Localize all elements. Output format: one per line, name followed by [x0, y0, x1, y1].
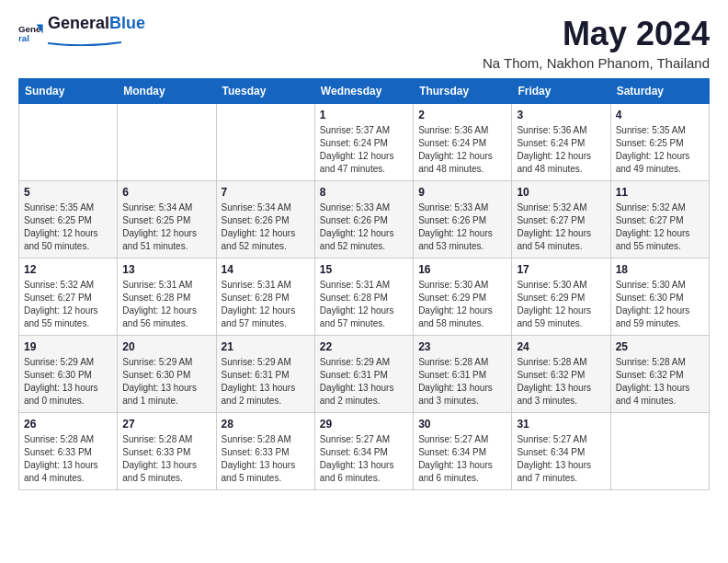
day-daylight: Daylight: 13 hours and 2 minutes. — [222, 383, 296, 406]
day-number: 16 — [418, 263, 506, 276]
calendar-week-4: 19 Sunrise: 5:29 AM Sunset: 6:30 PM Dayl… — [19, 336, 710, 413]
day-sunset: Sunset: 6:33 PM — [222, 447, 290, 457]
day-daylight: Daylight: 13 hours and 3 minutes. — [418, 383, 493, 406]
day-sunset: Sunset: 6:24 PM — [418, 138, 486, 148]
day-sunset: Sunset: 6:30 PM — [616, 293, 684, 303]
day-daylight: Daylight: 13 hours and 5 minutes. — [222, 460, 296, 483]
day-sunset: Sunset: 6:33 PM — [122, 447, 190, 457]
day-sunset: Sunset: 6:28 PM — [122, 293, 190, 303]
day-daylight: Daylight: 13 hours and 3 minutes. — [517, 383, 591, 406]
day-sunrise: Sunrise: 5:28 AM — [122, 434, 192, 444]
day-sunrise: Sunrise: 5:32 AM — [616, 202, 686, 213]
day-sunrise: Sunrise: 5:36 AM — [418, 125, 488, 135]
day-sunrise: Sunrise: 5:28 AM — [616, 357, 686, 367]
day-daylight: Daylight: 13 hours and 1 minute. — [122, 383, 197, 406]
col-monday: Monday — [118, 79, 216, 104]
title-area: May 2024 Na Thom, Nakhon Phanom, Thailan… — [483, 15, 710, 71]
day-sunset: Sunset: 6:28 PM — [320, 293, 388, 303]
day-sunrise: Sunrise: 5:29 AM — [320, 357, 390, 367]
day-daylight: Daylight: 12 hours and 53 minutes. — [418, 228, 493, 251]
day-sunset: Sunset: 6:27 PM — [517, 215, 585, 225]
day-sunrise: Sunrise: 5:35 AM — [24, 202, 94, 213]
calendar-cell: 30 Sunrise: 5:27 AM Sunset: 6:34 PM Dayl… — [414, 413, 512, 490]
calendar-cell: 3 Sunrise: 5:36 AM Sunset: 6:24 PM Dayli… — [512, 104, 610, 181]
calendar-cell: 15 Sunrise: 5:31 AM Sunset: 6:28 PM Dayl… — [314, 259, 413, 336]
day-sunset: Sunset: 6:28 PM — [222, 293, 290, 303]
day-daylight: Daylight: 13 hours and 4 minutes. — [24, 460, 98, 483]
day-daylight: Daylight: 12 hours and 59 minutes. — [616, 305, 690, 328]
calendar-week-3: 12 Sunrise: 5:32 AM Sunset: 6:27 PM Dayl… — [19, 259, 710, 336]
calendar-title: May 2024 — [483, 15, 710, 53]
calendar-cell: 31 Sunrise: 5:27 AM Sunset: 6:34 PM Dayl… — [512, 413, 610, 490]
calendar-week-2: 5 Sunrise: 5:35 AM Sunset: 6:25 PM Dayli… — [19, 181, 710, 259]
calendar-cell: 4 Sunrise: 5:35 AM Sunset: 6:25 PM Dayli… — [610, 104, 709, 181]
day-sunrise: Sunrise: 5:29 AM — [24, 357, 94, 367]
day-number: 11 — [616, 186, 704, 199]
day-number: 10 — [517, 186, 605, 199]
calendar-cell — [118, 104, 216, 181]
day-number: 29 — [320, 418, 408, 431]
day-number: 26 — [24, 418, 112, 431]
day-number: 6 — [122, 186, 210, 199]
day-number: 9 — [418, 186, 506, 199]
calendar-cell: 29 Sunrise: 5:27 AM Sunset: 6:34 PM Dayl… — [314, 413, 413, 490]
calendar-cell: 2 Sunrise: 5:36 AM Sunset: 6:24 PM Dayli… — [414, 104, 512, 181]
calendar-cell: 7 Sunrise: 5:34 AM Sunset: 6:26 PM Dayli… — [216, 181, 314, 259]
calendar-cell: 13 Sunrise: 5:31 AM Sunset: 6:28 PM Dayl… — [118, 259, 216, 336]
header-row: Sunday Monday Tuesday Wednesday Thursday… — [19, 79, 710, 104]
day-sunset: Sunset: 6:26 PM — [418, 215, 486, 225]
day-sunrise: Sunrise: 5:28 AM — [222, 434, 291, 444]
day-sunset: Sunset: 6:34 PM — [517, 447, 585, 457]
calendar-cell: 17 Sunrise: 5:30 AM Sunset: 6:29 PM Dayl… — [512, 259, 610, 336]
col-saturday: Saturday — [610, 79, 709, 104]
calendar-cell: 12 Sunrise: 5:32 AM Sunset: 6:27 PM Dayl… — [19, 259, 118, 336]
logo: Gene ral GeneralBlue — [18, 15, 145, 50]
calendar-cell: 19 Sunrise: 5:29 AM Sunset: 6:30 PM Dayl… — [19, 336, 118, 413]
day-daylight: Daylight: 13 hours and 5 minutes. — [122, 460, 197, 483]
day-sunrise: Sunrise: 5:36 AM — [517, 125, 586, 135]
day-number: 3 — [517, 109, 605, 121]
day-sunrise: Sunrise: 5:34 AM — [222, 202, 291, 213]
day-daylight: Daylight: 12 hours and 50 minutes. — [24, 228, 98, 251]
day-number: 5 — [24, 186, 112, 199]
day-sunrise: Sunrise: 5:31 AM — [320, 280, 390, 290]
day-number: 28 — [222, 418, 310, 431]
calendar-cell: 27 Sunrise: 5:28 AM Sunset: 6:33 PM Dayl… — [118, 413, 216, 490]
day-number: 25 — [616, 340, 704, 353]
day-sunset: Sunset: 6:31 PM — [320, 370, 388, 380]
day-daylight: Daylight: 12 hours and 58 minutes. — [418, 305, 493, 328]
calendar-cell: 5 Sunrise: 5:35 AM Sunset: 6:25 PM Dayli… — [19, 181, 118, 259]
day-sunrise: Sunrise: 5:30 AM — [418, 280, 488, 290]
calendar-cell: 9 Sunrise: 5:33 AM Sunset: 6:26 PM Dayli… — [414, 181, 512, 259]
day-daylight: Daylight: 13 hours and 6 minutes. — [320, 460, 394, 483]
day-number: 13 — [122, 263, 210, 276]
day-daylight: Daylight: 12 hours and 51 minutes. — [122, 228, 197, 251]
col-thursday: Thursday — [414, 79, 512, 104]
day-daylight: Daylight: 12 hours and 59 minutes. — [517, 305, 591, 328]
day-sunrise: Sunrise: 5:33 AM — [320, 202, 390, 213]
day-sunrise: Sunrise: 5:31 AM — [222, 280, 291, 290]
day-number: 24 — [517, 340, 605, 353]
day-number: 21 — [222, 340, 310, 353]
day-sunset: Sunset: 6:25 PM — [616, 138, 684, 148]
day-sunrise: Sunrise: 5:30 AM — [517, 280, 586, 290]
day-sunrise: Sunrise: 5:32 AM — [24, 280, 94, 290]
day-sunset: Sunset: 6:26 PM — [222, 215, 290, 225]
day-number: 23 — [418, 340, 506, 353]
day-number: 20 — [122, 340, 210, 353]
day-number: 17 — [517, 263, 605, 276]
day-sunset: Sunset: 6:31 PM — [222, 370, 290, 380]
calendar-cell: 14 Sunrise: 5:31 AM Sunset: 6:28 PM Dayl… — [216, 259, 314, 336]
day-sunrise: Sunrise: 5:31 AM — [122, 280, 192, 290]
day-sunrise: Sunrise: 5:28 AM — [418, 357, 488, 367]
day-daylight: Daylight: 13 hours and 6 minutes. — [418, 460, 493, 483]
day-sunrise: Sunrise: 5:37 AM — [320, 125, 390, 135]
day-number: 12 — [24, 263, 112, 276]
day-sunset: Sunset: 6:32 PM — [616, 370, 684, 380]
logo-swoosh — [48, 40, 121, 46]
day-sunset: Sunset: 6:31 PM — [418, 370, 486, 380]
day-sunset: Sunset: 6:29 PM — [517, 293, 585, 303]
day-sunset: Sunset: 6:25 PM — [24, 215, 92, 225]
calendar-cell: 21 Sunrise: 5:29 AM Sunset: 6:31 PM Dayl… — [216, 336, 314, 413]
day-number: 18 — [616, 263, 704, 276]
